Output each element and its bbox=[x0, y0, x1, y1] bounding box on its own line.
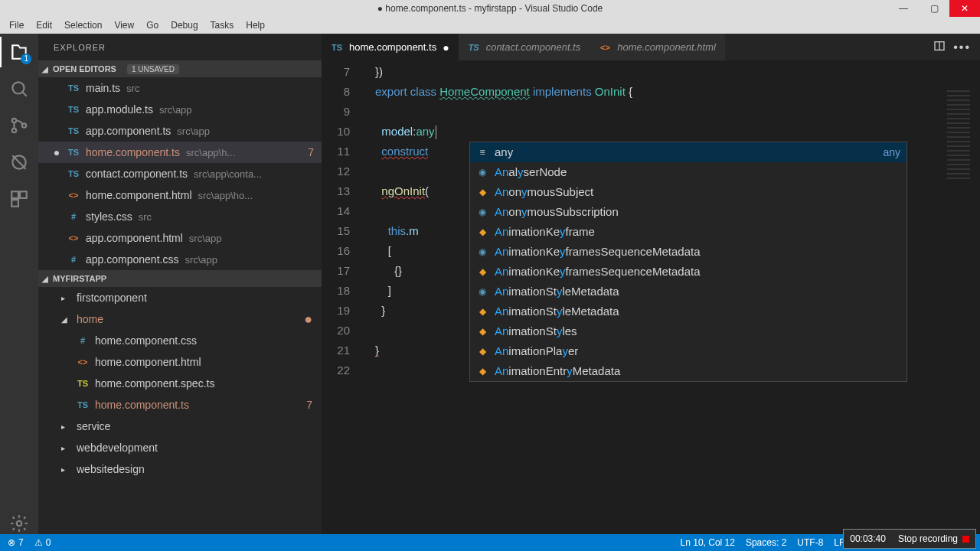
status-spaces[interactable]: Spaces: 2 bbox=[746, 537, 786, 548]
svg-point-8 bbox=[17, 521, 22, 527]
screen-recorder-overlay[interactable]: 00:03:40 Stop recording bbox=[843, 529, 976, 549]
file-icon: TS bbox=[77, 400, 89, 409]
suggest-item[interactable]: ◉AnimationKeyframesSequenceMetadata bbox=[470, 242, 906, 262]
record-icon bbox=[962, 536, 969, 543]
folder-item[interactable]: ◢home● bbox=[38, 308, 322, 330]
settings-gear-icon[interactable] bbox=[8, 513, 30, 534]
open-editor-item[interactable]: #app.component.css src\app bbox=[38, 249, 322, 270]
status-warnings[interactable]: ⚠ 0 bbox=[34, 537, 51, 548]
editor: TShome.component.ts●TScontact.component.… bbox=[322, 34, 980, 534]
suggest-kind-icon: ≡ bbox=[476, 146, 488, 158]
suggest-item[interactable]: ◆AnimationStyleMetadata bbox=[470, 302, 906, 321]
suggest-kind-icon: ◆ bbox=[476, 186, 488, 198]
explorer-icon[interactable]: 1 bbox=[8, 41, 30, 63]
split-editor-icon[interactable] bbox=[933, 40, 946, 55]
window-close-button[interactable]: ✕ bbox=[949, 0, 980, 17]
file-icon: TS bbox=[67, 148, 80, 157]
open-editor-item[interactable]: TScontact.component.ts src\app\conta... bbox=[38, 163, 322, 184]
chevron-down-icon: ◢ bbox=[42, 275, 48, 283]
suggest-item[interactable]: ≡any bbox=[470, 142, 906, 162]
extensions-icon[interactable] bbox=[8, 188, 30, 210]
chevron-icon: ▸ bbox=[61, 422, 70, 431]
editor-tab[interactable]: TShome.component.ts● bbox=[322, 34, 459, 60]
window-maximize-button[interactable]: ▢ bbox=[919, 0, 949, 17]
menu-tasks[interactable]: Tasks bbox=[205, 18, 240, 32]
open-editors-header[interactable]: ◢ OPEN EDITORS 1 UNSAVED bbox=[38, 60, 322, 77]
more-icon[interactable]: ••• bbox=[953, 41, 971, 54]
open-editor-item[interactable]: <>app.component.html src\app bbox=[38, 227, 322, 249]
editor-tabs: TShome.component.ts●TScontact.component.… bbox=[322, 34, 980, 60]
autocomplete-popup[interactable]: any ≡any◉AnalyserNode◆AnonymousSubject◉A… bbox=[469, 142, 907, 382]
folder-item[interactable]: ▸websitedesign bbox=[38, 458, 322, 480]
sidebar: EXPLORER ◢ OPEN EDITORS 1 UNSAVED TSmain… bbox=[38, 34, 322, 534]
menu-go[interactable]: Go bbox=[141, 18, 164, 32]
suggest-item[interactable]: ◆AnimationKeyframe bbox=[470, 222, 906, 242]
suggest-item[interactable]: ◉AnimationStyleMetadata bbox=[470, 282, 906, 302]
suggest-item[interactable]: ◉AnalyserNode bbox=[470, 162, 906, 182]
file-icon: # bbox=[67, 255, 80, 264]
suggest-item[interactable]: ◆AnimationStyles bbox=[470, 321, 906, 341]
editor-tab[interactable]: TScontact.component.ts bbox=[459, 34, 590, 60]
suggest-item[interactable]: ◆AnimationEntryMetadata bbox=[470, 361, 906, 381]
suggest-kind-icon: ◆ bbox=[476, 266, 488, 278]
editor-tab[interactable]: <>home.component.html bbox=[590, 34, 725, 60]
minimap[interactable] bbox=[944, 88, 978, 180]
search-icon[interactable] bbox=[8, 78, 30, 99]
suggest-item[interactable]: ◉AnonymousSubscription bbox=[470, 202, 906, 222]
menu-debug[interactable]: Debug bbox=[165, 18, 203, 32]
explorer-badge: 1 bbox=[21, 54, 31, 64]
open-editor-item[interactable]: <>home.component.html src\app\ho... bbox=[38, 184, 322, 206]
suggest-kind-icon: ◆ bbox=[476, 226, 488, 238]
suggest-kind-icon: ◉ bbox=[476, 246, 488, 258]
status-errors[interactable]: ⊗ 7 bbox=[8, 537, 24, 548]
recorder-stop-button[interactable]: Stop recording bbox=[892, 530, 975, 548]
open-editor-item[interactable]: TSapp.component.ts src\app bbox=[38, 120, 322, 142]
menu-edit[interactable]: Edit bbox=[31, 18, 57, 32]
file-icon: <> bbox=[77, 357, 89, 367]
window-minimize-button[interactable]: — bbox=[888, 0, 919, 17]
folder-item[interactable]: ▸firstcomponent bbox=[38, 287, 322, 308]
status-cursor[interactable]: Ln 10, Col 12 bbox=[681, 537, 735, 548]
file-icon: TS bbox=[331, 43, 343, 52]
menubar: FileEditSelectionViewGoDebugTasksHelp bbox=[0, 17, 980, 34]
file-item[interactable]: #home.component.css bbox=[38, 330, 322, 351]
suggest-item[interactable]: ◆AnimationKeyframesSequenceMetadata bbox=[470, 262, 906, 282]
file-icon: TS bbox=[67, 83, 80, 93]
file-icon: <> bbox=[67, 233, 80, 243]
code-area[interactable]: 78910111213141516171819202122 })export c… bbox=[322, 60, 980, 534]
suggest-item[interactable]: ◆AnimationPlayer bbox=[470, 341, 906, 361]
suggest-kind-icon: ◉ bbox=[476, 285, 488, 298]
file-item[interactable]: <>home.component.html bbox=[38, 351, 322, 373]
open-editor-item[interactable]: #styles.css src bbox=[38, 206, 322, 227]
suggest-kind-icon: ◉ bbox=[476, 206, 488, 218]
open-editor-item[interactable]: ●TShome.component.ts src\app\h...7 bbox=[38, 142, 322, 163]
folder-item[interactable]: ▸service bbox=[38, 416, 322, 437]
suggest-kind-icon: ◆ bbox=[476, 345, 488, 357]
source-control-icon[interactable] bbox=[8, 115, 30, 136]
recorder-time: 00:03:40 bbox=[844, 530, 892, 548]
project-header[interactable]: ◢ MYFIRSTAPP bbox=[38, 270, 322, 287]
file-item[interactable]: TShome.component.ts7 bbox=[38, 394, 322, 416]
suggest-kind-icon: ◆ bbox=[476, 305, 488, 318]
sidebar-title: EXPLORER bbox=[38, 34, 322, 60]
svg-rect-6 bbox=[20, 191, 27, 198]
menu-file[interactable]: File bbox=[4, 18, 29, 32]
status-encoding[interactable]: UTF-8 bbox=[797, 537, 823, 548]
debug-icon[interactable] bbox=[8, 152, 30, 173]
file-item[interactable]: TShome.component.spec.ts bbox=[38, 373, 322, 394]
unsaved-badge: 1 UNSAVED bbox=[127, 64, 179, 74]
chevron-icon: ▸ bbox=[61, 444, 70, 452]
menu-selection[interactable]: Selection bbox=[59, 18, 107, 32]
activitybar: 1 bbox=[0, 34, 38, 534]
open-editor-item[interactable]: TSapp.module.ts src\app bbox=[38, 99, 322, 120]
open-editor-item[interactable]: TSmain.ts src bbox=[38, 77, 322, 99]
file-icon: TS bbox=[67, 105, 80, 114]
folder-item[interactable]: ▸webdevelopment bbox=[38, 437, 322, 458]
file-icon: <> bbox=[67, 191, 80, 200]
suggest-kind-icon: ◆ bbox=[476, 325, 488, 337]
menu-help[interactable]: Help bbox=[240, 18, 270, 32]
file-icon: TS bbox=[67, 126, 80, 135]
svg-point-3 bbox=[22, 123, 26, 127]
menu-view[interactable]: View bbox=[109, 18, 139, 32]
suggest-item[interactable]: ◆AnonymousSubject bbox=[470, 182, 906, 202]
